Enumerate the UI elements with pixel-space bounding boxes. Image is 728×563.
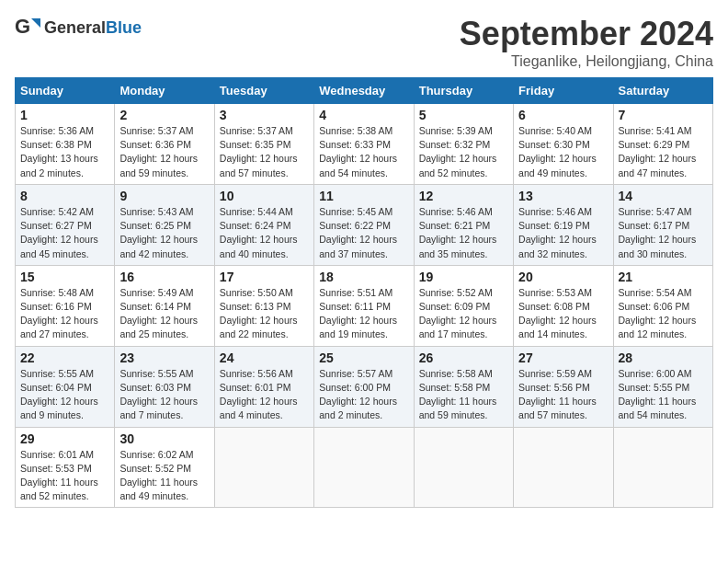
calendar-day-cell: 16Sunrise: 5:49 AM Sunset: 6:14 PM Dayli… (115, 265, 214, 346)
calendar-day-cell: 5Sunrise: 5:39 AM Sunset: 6:32 PM Daylig… (414, 104, 513, 185)
day-number: 17 (220, 270, 309, 284)
day-info: Sunrise: 5:55 AM Sunset: 6:04 PM Dayligh… (20, 367, 109, 423)
day-number: 4 (319, 108, 408, 122)
calendar-day-cell: 13Sunrise: 5:46 AM Sunset: 6:19 PM Dayli… (514, 184, 613, 265)
day-number: 20 (518, 270, 608, 284)
day-info: Sunrise: 5:37 AM Sunset: 6:35 PM Dayligh… (220, 124, 309, 180)
weekday-header-cell: Tuesday (214, 78, 313, 104)
day-info: Sunrise: 5:55 AM Sunset: 6:03 PM Dayligh… (119, 367, 209, 423)
day-number: 27 (518, 350, 608, 365)
day-info: Sunrise: 5:50 AM Sunset: 6:13 PM Dayligh… (220, 286, 309, 342)
day-number: 19 (419, 270, 508, 284)
day-info: Sunrise: 5:57 AM Sunset: 6:00 PM Dayligh… (319, 367, 408, 423)
day-info: Sunrise: 5:51 AM Sunset: 6:11 PM Dayligh… (319, 286, 408, 342)
calendar-day-cell: 11Sunrise: 5:45 AM Sunset: 6:22 PM Dayli… (314, 184, 414, 265)
weekday-header-cell: Friday (514, 78, 613, 104)
day-info: Sunrise: 5:41 AM Sunset: 6:29 PM Dayligh… (619, 124, 708, 180)
day-info: Sunrise: 5:42 AM Sunset: 6:27 PM Dayligh… (20, 205, 109, 261)
calendar-week-row: 1Sunrise: 5:36 AM Sunset: 6:38 PM Daylig… (16, 104, 713, 185)
calendar-week-row: 8Sunrise: 5:42 AM Sunset: 6:27 PM Daylig… (16, 184, 713, 265)
calendar-day-cell (514, 427, 613, 508)
logo: G GeneralBlue (15, 15, 142, 40)
day-number: 12 (419, 189, 508, 203)
day-number: 23 (119, 350, 209, 365)
calendar-day-cell: 25Sunrise: 5:57 AM Sunset: 6:00 PM Dayli… (314, 346, 414, 427)
calendar-week-row: 15Sunrise: 5:48 AM Sunset: 6:16 PM Dayli… (16, 265, 713, 346)
day-number: 30 (119, 431, 209, 446)
calendar-body: 1Sunrise: 5:36 AM Sunset: 6:38 PM Daylig… (16, 104, 713, 508)
calendar-day-cell (613, 427, 712, 508)
day-info: Sunrise: 5:44 AM Sunset: 6:24 PM Dayligh… (220, 205, 309, 261)
day-info: Sunrise: 5:56 AM Sunset: 6:01 PM Dayligh… (220, 367, 309, 423)
svg-marker-1 (31, 18, 40, 28)
weekday-header-cell: Wednesday (314, 78, 414, 104)
calendar-day-cell: 18Sunrise: 5:51 AM Sunset: 6:11 PM Dayli… (314, 265, 414, 346)
month-title: September 2024 (460, 15, 713, 53)
logo-general: General (44, 18, 106, 37)
calendar-day-cell: 7Sunrise: 5:41 AM Sunset: 6:29 PM Daylig… (613, 104, 712, 185)
calendar-day-cell: 20Sunrise: 5:53 AM Sunset: 6:08 PM Dayli… (514, 265, 613, 346)
day-info: Sunrise: 5:40 AM Sunset: 6:30 PM Dayligh… (518, 124, 608, 180)
day-number: 21 (619, 270, 708, 284)
day-info: Sunrise: 5:48 AM Sunset: 6:16 PM Dayligh… (20, 286, 109, 342)
calendar-day-cell: 27Sunrise: 5:59 AM Sunset: 5:56 PM Dayli… (514, 346, 613, 427)
day-info: Sunrise: 5:47 AM Sunset: 6:17 PM Dayligh… (619, 205, 708, 261)
calendar-day-cell: 4Sunrise: 5:38 AM Sunset: 6:33 PM Daylig… (314, 104, 414, 185)
day-info: Sunrise: 5:52 AM Sunset: 6:09 PM Dayligh… (419, 286, 508, 342)
calendar-day-cell: 14Sunrise: 5:47 AM Sunset: 6:17 PM Dayli… (613, 184, 712, 265)
day-number: 1 (20, 108, 109, 122)
logo-blue: Blue (106, 18, 142, 37)
day-number: 3 (220, 108, 309, 122)
day-number: 8 (20, 189, 109, 203)
day-info: Sunrise: 5:46 AM Sunset: 6:21 PM Dayligh… (419, 205, 508, 261)
weekday-header-row: SundayMondayTuesdayWednesdayThursdayFrid… (16, 78, 713, 104)
weekday-header-cell: Sunday (16, 78, 115, 104)
day-info: Sunrise: 5:37 AM Sunset: 6:36 PM Dayligh… (119, 124, 209, 180)
day-info: Sunrise: 5:53 AM Sunset: 6:08 PM Dayligh… (518, 286, 608, 342)
location-title: Tieganlike, Heilongjiang, China (460, 53, 713, 70)
day-info: Sunrise: 5:49 AM Sunset: 6:14 PM Dayligh… (119, 286, 209, 342)
day-info: Sunrise: 6:01 AM Sunset: 5:53 PM Dayligh… (20, 448, 109, 504)
day-info: Sunrise: 6:02 AM Sunset: 5:52 PM Dayligh… (119, 448, 209, 504)
day-number: 7 (619, 108, 708, 122)
calendar-day-cell: 10Sunrise: 5:44 AM Sunset: 6:24 PM Dayli… (214, 184, 313, 265)
day-number: 25 (319, 350, 408, 365)
day-info: Sunrise: 5:59 AM Sunset: 5:56 PM Dayligh… (518, 367, 608, 423)
title-area: September 2024 Tieganlike, Heilongjiang,… (460, 15, 713, 70)
day-info: Sunrise: 5:46 AM Sunset: 6:19 PM Dayligh… (518, 205, 608, 261)
calendar-day-cell (314, 427, 414, 508)
calendar-day-cell: 29Sunrise: 6:01 AM Sunset: 5:53 PM Dayli… (16, 427, 115, 508)
calendar-table: SundayMondayTuesdayWednesdayThursdayFrid… (15, 77, 713, 508)
day-number: 29 (20, 431, 109, 446)
day-number: 11 (319, 189, 408, 203)
calendar-day-cell (414, 427, 513, 508)
calendar-day-cell: 21Sunrise: 5:54 AM Sunset: 6:06 PM Dayli… (613, 265, 712, 346)
day-info: Sunrise: 6:00 AM Sunset: 5:55 PM Dayligh… (619, 367, 708, 423)
day-number: 14 (619, 189, 708, 203)
day-number: 28 (619, 350, 708, 365)
calendar-day-cell: 6Sunrise: 5:40 AM Sunset: 6:30 PM Daylig… (514, 104, 613, 185)
weekday-header-cell: Thursday (414, 78, 513, 104)
day-number: 10 (220, 189, 309, 203)
calendar-day-cell: 2Sunrise: 5:37 AM Sunset: 6:36 PM Daylig… (115, 104, 214, 185)
day-info: Sunrise: 5:43 AM Sunset: 6:25 PM Dayligh… (119, 205, 209, 261)
calendar-day-cell: 23Sunrise: 5:55 AM Sunset: 6:03 PM Dayli… (115, 346, 214, 427)
calendar-day-cell: 9Sunrise: 5:43 AM Sunset: 6:25 PM Daylig… (115, 184, 214, 265)
day-info: Sunrise: 5:38 AM Sunset: 6:33 PM Dayligh… (319, 124, 408, 180)
calendar-day-cell: 28Sunrise: 6:00 AM Sunset: 5:55 PM Dayli… (613, 346, 712, 427)
day-info: Sunrise: 5:54 AM Sunset: 6:06 PM Dayligh… (619, 286, 708, 342)
day-number: 2 (119, 108, 209, 122)
day-number: 5 (419, 108, 508, 122)
calendar-day-cell: 15Sunrise: 5:48 AM Sunset: 6:16 PM Dayli… (16, 265, 115, 346)
day-number: 15 (20, 270, 109, 284)
day-info: Sunrise: 5:58 AM Sunset: 5:58 PM Dayligh… (419, 367, 508, 423)
calendar-week-row: 29Sunrise: 6:01 AM Sunset: 5:53 PM Dayli… (16, 427, 713, 508)
calendar-week-row: 22Sunrise: 5:55 AM Sunset: 6:04 PM Dayli… (16, 346, 713, 427)
day-number: 26 (419, 350, 508, 365)
day-number: 6 (518, 108, 608, 122)
weekday-header-cell: Monday (115, 78, 214, 104)
calendar-day-cell: 22Sunrise: 5:55 AM Sunset: 6:04 PM Dayli… (16, 346, 115, 427)
calendar-day-cell: 3Sunrise: 5:37 AM Sunset: 6:35 PM Daylig… (214, 104, 313, 185)
calendar-day-cell: 26Sunrise: 5:58 AM Sunset: 5:58 PM Dayli… (414, 346, 513, 427)
day-number: 13 (518, 189, 608, 203)
